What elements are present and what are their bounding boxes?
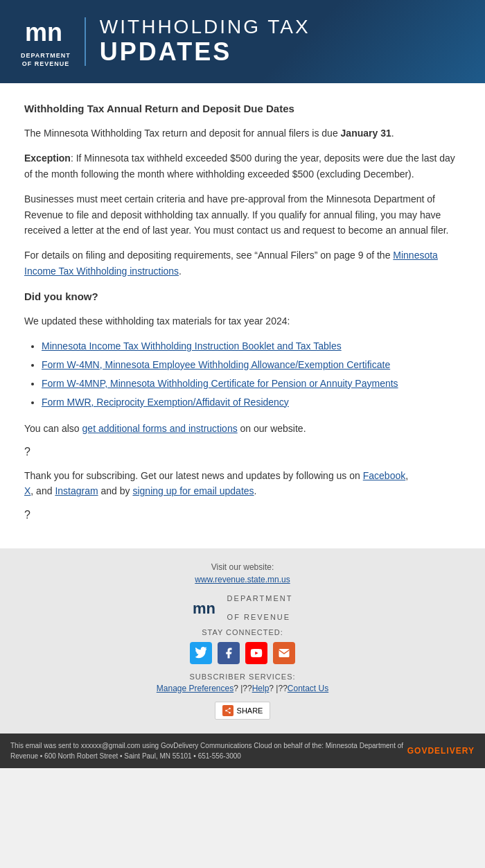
svg-line-6: [227, 711, 229, 712]
svg-point-3: [229, 708, 231, 710]
footer-logo: mn DEPARTMENTOF REVENUE: [14, 594, 471, 621]
paragraph-exception: Exception: If Minnesota tax withheld exc…: [24, 150, 461, 182]
header-title-bottom: UPDATES: [100, 37, 310, 67]
paragraph-1: The Minnesota Withholding Tax return and…: [24, 125, 461, 141]
youtube-icon[interactable]: [245, 642, 267, 664]
header-title: WITHHOLDING TAX UPDATES: [100, 17, 310, 67]
govdelivery-logo: GOVDELIVERY: [407, 746, 475, 756]
section2-title: Did you know?: [24, 288, 461, 305]
list-link-4[interactable]: Form MWR, Reciprocity Exemption/Affidavi…: [42, 397, 289, 408]
bottom-footer-text: This email was sent to xxxxxx@gmail.com …: [10, 740, 407, 761]
svg-text:mn: mn: [25, 18, 62, 46]
subscriber-services-label: SUBSCRIBER SERVICES:: [14, 672, 471, 681]
svg-text:mn: mn: [193, 600, 215, 617]
paragraph-3: Businesses must meet certain criteria an…: [24, 191, 461, 238]
website-url-link[interactable]: www.revenue.state.mn.us: [14, 575, 471, 584]
svg-line-7: [227, 709, 229, 710]
header-divider: [85, 17, 86, 66]
bottom-footer: This email was sent to xxxxxx@gmail.com …: [0, 734, 485, 768]
logo-dept-text: DEPARTMENTOF REVENUE: [21, 52, 71, 68]
mn-logo: mn DEPARTMENTOF REVENUE: [21, 15, 71, 68]
paragraph-7: Thank you for subscribing. Get our lates…: [24, 468, 461, 499]
help-link[interactable]: Help: [252, 684, 270, 693]
contact-us-link[interactable]: Contact Us: [288, 684, 328, 693]
footer-section: Visit our website: www.revenue.state.mn.…: [0, 548, 485, 734]
resources-list: Minnesota Income Tax Withholding Instruc…: [42, 339, 461, 410]
manage-preferences-link[interactable]: Manage Preferences: [157, 684, 233, 693]
svg-point-5: [229, 711, 231, 713]
share-label: SHARE: [237, 706, 263, 715]
facebook-icon[interactable]: [218, 642, 240, 664]
twitter-icon[interactable]: [190, 642, 212, 664]
list-link-1[interactable]: Minnesota Income Tax Withholding Instruc…: [42, 340, 342, 351]
list-link-3[interactable]: Form W-4MNP, Minnesota Withholding Certi…: [42, 378, 398, 389]
list-item: Form W-4MN, Minnesota Employee Withholdi…: [42, 358, 461, 372]
exception-label: Exception: [24, 153, 71, 164]
paragraph-4: For details on filing and depositing req…: [24, 248, 461, 279]
x-link[interactable]: X: [24, 485, 30, 496]
share-button[interactable]: SHARE: [215, 702, 271, 720]
header-title-top: WITHHOLDING TAX: [100, 17, 310, 38]
question-mark-1: ?: [24, 446, 461, 458]
svg-point-4: [225, 709, 227, 711]
social-icons-row: [14, 642, 471, 664]
paragraph-6: You can also get additional forms and in…: [24, 421, 461, 436]
footer-logo-text: DEPARTMENTOF REVENUE: [227, 594, 293, 621]
share-icon: [222, 705, 233, 716]
list-item: Form W-4MNP, Minnesota Withholding Certi…: [42, 376, 461, 391]
email-icon[interactable]: [273, 642, 295, 664]
list-item: Minnesota Income Tax Withholding Instruc…: [42, 339, 461, 354]
header-banner: mn DEPARTMENTOF REVENUE WITHHOLDING TAX …: [0, 0, 485, 83]
list-link-2[interactable]: Form W-4MN, Minnesota Employee Withholdi…: [42, 359, 390, 370]
stay-connected-label: STAY CONNECTED:: [14, 628, 471, 636]
section1-title: Withholding Tax Annual Return and Deposi…: [24, 101, 461, 117]
instagram-link[interactable]: Instagram: [55, 485, 98, 496]
list-item: Form MWR, Reciprocity Exemption/Affidavi…: [42, 395, 461, 410]
paragraph-5: We updated these withholding tax materia…: [24, 313, 461, 329]
additional-forms-link[interactable]: get additional forms and instructions: [82, 423, 238, 434]
subscriber-links: Manage Preferences? |??Help? |??Contact …: [14, 684, 471, 693]
facebook-link[interactable]: Facebook: [363, 470, 405, 481]
question-mark-2: ?: [24, 509, 461, 521]
main-content: Withholding Tax Annual Return and Deposi…: [0, 83, 485, 548]
visit-website-label: Visit our website:: [14, 562, 471, 572]
page-wrapper: mn DEPARTMENTOF REVENUE WITHHOLDING TAX …: [0, 0, 485, 768]
email-updates-link[interactable]: signing up for email updates: [132, 485, 254, 496]
